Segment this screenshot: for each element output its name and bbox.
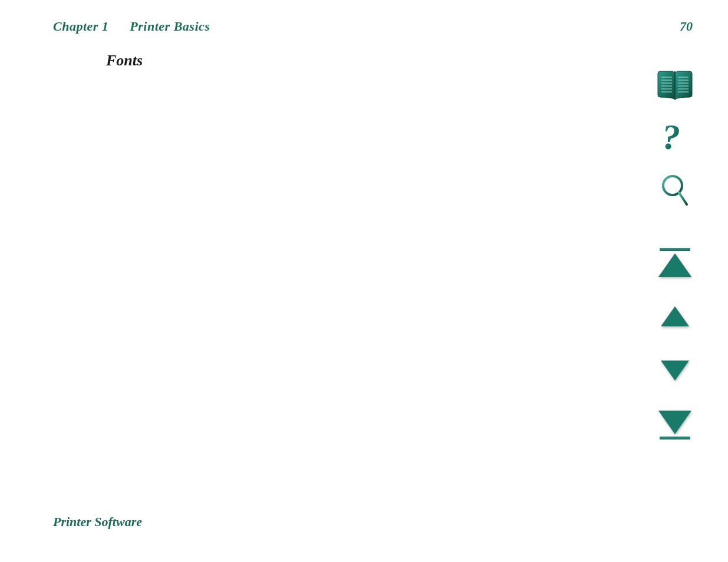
next-page-icon	[661, 361, 689, 381]
contents-icon-button[interactable]	[654, 65, 696, 106]
last-page-icon-button[interactable]	[654, 404, 696, 445]
page-header: Chapter 1 Printer Basics 70	[0, 0, 728, 34]
sidebar-navigation: ?	[654, 65, 696, 456]
next-page-icon-button[interactable]	[654, 350, 696, 391]
help-icon-button[interactable]: ?	[654, 117, 696, 158]
svg-text:?: ?	[662, 117, 680, 157]
chapter-label: Chapter 1	[53, 19, 108, 34]
search-icon-button[interactable]	[654, 171, 696, 212]
last-page-icon	[658, 411, 691, 439]
prev-page-icon	[661, 306, 689, 326]
page-title: Fonts	[106, 52, 728, 70]
magnifier-icon	[660, 174, 690, 209]
question-icon: ?	[660, 117, 690, 157]
prev-page-icon-button[interactable]	[654, 296, 696, 337]
first-page-icon-button[interactable]	[654, 242, 696, 283]
section-label: Printer Basics	[130, 19, 210, 34]
chapter-info: Chapter 1 Printer Basics	[53, 19, 210, 34]
svg-point-16	[665, 178, 680, 193]
book-icon	[657, 69, 693, 102]
svg-line-15	[679, 193, 687, 204]
page-number: 70	[680, 19, 693, 34]
footer-label: Printer Software	[53, 514, 142, 530]
first-page-icon	[658, 248, 691, 277]
